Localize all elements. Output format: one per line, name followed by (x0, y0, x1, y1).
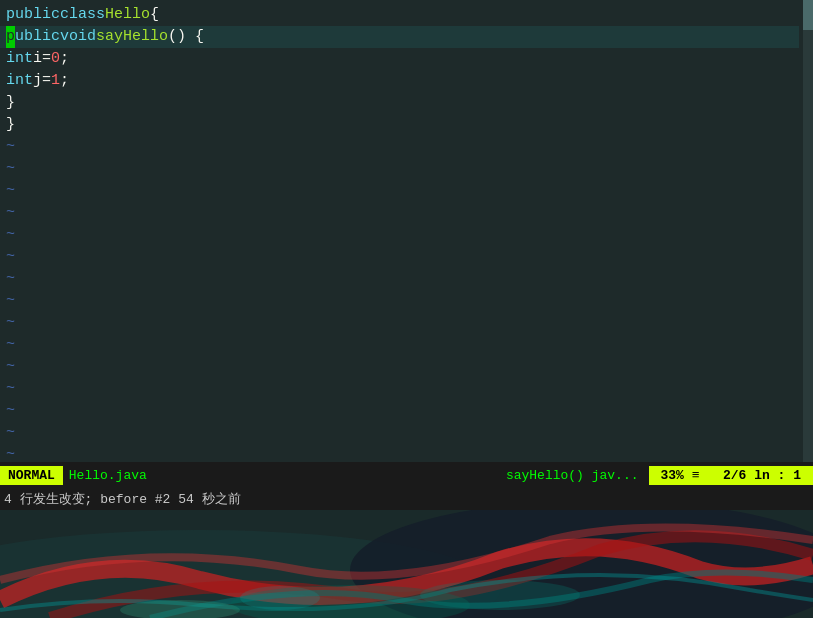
code-token: Hello (105, 4, 150, 26)
tilde-line: ~ (0, 334, 799, 356)
code-token: class (60, 4, 105, 26)
tilde-line: ~ (0, 246, 799, 268)
filename: Hello.java (69, 468, 147, 483)
tilde-line: ~ (0, 444, 799, 462)
tilde-line: ~ (0, 136, 799, 158)
code-token: = (42, 70, 51, 92)
code-token: p (6, 26, 15, 48)
code-token: sayHello (96, 26, 168, 48)
tilde-line: ~ (0, 378, 799, 400)
code-token: j (33, 70, 42, 92)
scrollbar[interactable] (803, 0, 813, 462)
code-line: int j = 1; (0, 70, 799, 92)
code-token: ; (60, 70, 69, 92)
tilde-line: ~ (0, 400, 799, 422)
message-text: 4 行发生改变; before #2 54 秒之前 (4, 490, 241, 508)
message-bar: 4 行发生改变; before #2 54 秒之前 (0, 488, 813, 510)
status-bar: NORMAL Hello.java sayHello() jav... 33% … (0, 462, 813, 488)
code-token: 0 (51, 48, 60, 70)
mode-indicator: NORMAL (0, 466, 63, 485)
code-token: { (150, 4, 159, 26)
svg-point-4 (420, 580, 580, 610)
code-token: void (60, 26, 96, 48)
code-line: } (0, 92, 799, 114)
code-token: int (6, 48, 33, 70)
code-token: ; (60, 48, 69, 70)
code-token: } (6, 114, 15, 136)
tilde-line: ~ (0, 268, 799, 290)
scrollbar-thumb[interactable] (803, 0, 813, 30)
code-token: 1 (51, 70, 60, 92)
code-line: public void sayHello() { (0, 26, 799, 48)
code-token: () { (168, 26, 204, 48)
abstract-art (0, 510, 813, 618)
tilde-line: ~ (0, 312, 799, 334)
code-token: public (6, 4, 60, 26)
tilde-line: ~ (0, 180, 799, 202)
tilde-line: ~ (0, 158, 799, 180)
tilde-line: ~ (0, 224, 799, 246)
code-token: int (6, 70, 33, 92)
tilde-line: ~ (0, 422, 799, 444)
code-line: } (0, 114, 799, 136)
code-line: int i = 0; (0, 48, 799, 70)
code-line: public class Hello{ (0, 4, 799, 26)
tilde-line: ~ (0, 202, 799, 224)
svg-point-5 (240, 586, 320, 610)
editor-area[interactable]: public class Hello{public void sayHello(… (0, 0, 813, 462)
code-token: i (33, 48, 42, 70)
code-token: = (42, 48, 51, 70)
position-info: 33% ≡ 2/6 ln : 1 (649, 466, 813, 485)
context-info: sayHello() jav... (506, 468, 639, 483)
code-token: ublic (15, 26, 60, 48)
code-token: } (6, 92, 15, 114)
bottom-decorative-area (0, 510, 813, 618)
tilde-line: ~ (0, 356, 799, 378)
tilde-line: ~ (0, 290, 799, 312)
